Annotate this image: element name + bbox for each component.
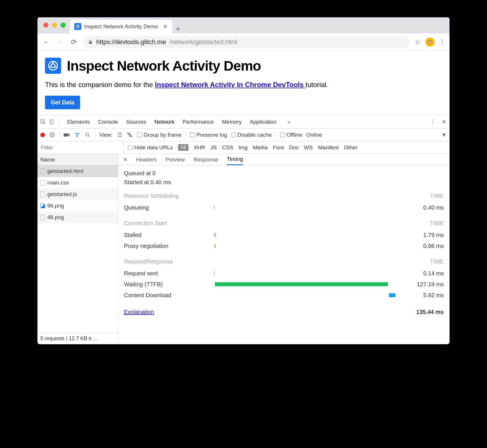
devtools-tab-performance[interactable]: Performance — [178, 115, 218, 128]
filter-icon[interactable] — [74, 132, 80, 138]
maximize-window-button[interactable] — [61, 22, 66, 28]
detail-tab-timing[interactable]: Timing — [227, 154, 243, 165]
bookmark-icon[interactable]: ☆ — [414, 38, 421, 46]
devtools-tab-console[interactable]: Console — [94, 115, 122, 128]
browser-window: Inspect Network Activity Demo ✕ + ← → ⟳ … — [37, 17, 450, 344]
filter-type-css[interactable]: CSS — [222, 144, 233, 151]
settings-icon[interactable]: ⋮ — [429, 119, 436, 125]
minimize-window-button[interactable] — [52, 22, 57, 28]
total-time: 135.44 ms — [416, 309, 444, 315]
filter-type-media[interactable]: Media — [253, 144, 268, 151]
filter-all[interactable]: All — [178, 144, 188, 151]
forward-button[interactable]: → — [55, 37, 65, 47]
status-bar: 5 requests | 12.7 KB tr… — [37, 333, 118, 344]
preserve-log-checkbox[interactable]: Preserve log — [190, 132, 227, 138]
close-tab-icon[interactable]: ✕ — [163, 23, 168, 30]
back-button[interactable]: ← — [41, 37, 51, 47]
offline-checkbox[interactable]: Offline — [280, 132, 302, 138]
devtools-panel: ElementsConsoleSourcesNetworkPerformance… — [37, 115, 450, 344]
devtools-tab-memory[interactable]: Memory — [218, 115, 246, 128]
name-column-header[interactable]: Name — [37, 154, 118, 165]
devtools-tab-elements[interactable]: Elements — [63, 115, 94, 128]
started-at: Started at 0.40 ms — [124, 179, 444, 186]
explanation-link[interactable]: Explanation — [124, 309, 154, 315]
devtools-tab-network[interactable]: Network — [150, 115, 179, 128]
request-name: 96.png — [47, 203, 64, 209]
filter-type-js[interactable]: JS — [210, 144, 217, 151]
request-row[interactable]: getstarted.js — [37, 189, 118, 200]
detail-tabs: ✕ HeadersPreviewResponseTiming — [118, 154, 450, 165]
browser-tab[interactable]: Inspect Network Activity Demo ✕ — [70, 20, 172, 33]
network-toolbar: View: ☰ Group by frame Preserve log Disa… — [37, 129, 450, 141]
timing-label: Content Download — [124, 292, 205, 299]
request-name: main.css — [47, 180, 69, 186]
timing-value: 0.40 ms — [406, 204, 444, 211]
timing-bar-area — [205, 270, 406, 276]
timing-bar — [215, 282, 388, 286]
window-controls — [43, 22, 66, 28]
device-icon[interactable] — [48, 119, 55, 125]
svg-rect-16 — [129, 136, 132, 137]
throttling-dropdown-icon[interactable]: ▼ — [441, 132, 447, 138]
favicon-icon — [74, 23, 81, 30]
svg-line-10 — [50, 133, 54, 137]
waterfall-icon[interactable] — [127, 132, 133, 138]
filter-input[interactable] — [37, 141, 124, 154]
document-file-icon — [40, 180, 45, 186]
close-devtools-icon[interactable]: ✕ — [441, 119, 447, 125]
filter-type-other[interactable]: Other — [344, 144, 358, 151]
svg-rect-14 — [127, 133, 130, 134]
page-content: Inspect Network Activity Demo This is th… — [37, 51, 450, 115]
timing-bar-area — [205, 205, 406, 210]
filter-type-font[interactable]: Font — [273, 144, 284, 151]
filter-type-manifest[interactable]: Manifest — [318, 144, 339, 151]
more-tabs-icon[interactable]: » — [286, 119, 292, 125]
clear-icon[interactable] — [49, 132, 55, 138]
timing-value: 0.66 ms — [406, 243, 444, 249]
disable-cache-checkbox[interactable]: Disable cache — [231, 132, 272, 138]
group-by-frame-checkbox[interactable]: Group by frame — [137, 132, 182, 138]
page-logo-icon — [45, 58, 61, 74]
profile-avatar[interactable]: 🐵 — [425, 37, 435, 47]
request-detail: ✕ HeadersPreviewResponseTiming Queued at… — [118, 154, 450, 344]
get-data-button[interactable]: Get Data — [45, 96, 80, 109]
inspect-icon[interactable] — [40, 119, 46, 125]
request-row[interactable]: main.css — [37, 177, 118, 189]
new-tab-button[interactable]: + — [172, 24, 184, 33]
reload-button[interactable]: ⟳ — [69, 37, 78, 47]
close-window-button[interactable] — [43, 22, 48, 28]
timing-bar — [214, 233, 216, 237]
request-row[interactable]: 48.png — [37, 212, 118, 223]
detail-tab-headers[interactable]: Headers — [136, 154, 157, 165]
filter-type-ws[interactable]: WS — [304, 144, 313, 151]
timing-section-header: Connection StartTIME — [124, 220, 444, 227]
filter-type-img[interactable]: Img — [239, 144, 248, 151]
timing-value: 1.79 ms — [406, 232, 444, 238]
detail-tab-response[interactable]: Response — [193, 154, 218, 165]
timing-section-header: Resource SchedulingTIME — [124, 193, 444, 199]
devtools-tab-application[interactable]: Application — [246, 115, 281, 128]
timing-value: 127.19 ms — [406, 281, 444, 288]
large-rows-icon[interactable]: ☰ — [116, 132, 123, 138]
search-icon[interactable] — [84, 132, 91, 138]
devtools-tab-sources[interactable]: Sources — [122, 115, 150, 128]
record-button[interactable] — [40, 133, 45, 137]
camera-icon[interactable] — [64, 132, 70, 138]
online-label[interactable]: Online — [306, 132, 322, 138]
filter-type-doc[interactable]: Doc — [289, 144, 299, 151]
close-detail-icon[interactable]: ✕ — [122, 157, 129, 163]
hide-data-urls-checkbox[interactable]: Hide data URLs — [128, 144, 173, 151]
intro-link[interactable]: Inspect Network Activity In Chrome DevTo… — [155, 81, 306, 89]
request-row[interactable]: 96.png — [37, 200, 118, 212]
image-file-icon — [40, 204, 45, 208]
detail-tab-preview[interactable]: Preview — [165, 154, 185, 165]
tab-title: Inspect Network Activity Demo — [84, 23, 158, 30]
filter-type-xhr[interactable]: XHR — [194, 144, 205, 151]
network-body: Name getstarted.htmlmain.cssgetstarted.j… — [37, 154, 450, 344]
address-bar[interactable]: https://devtools.glitch.me/network/getst… — [83, 36, 410, 48]
svg-point-3 — [51, 64, 55, 67]
request-row[interactable]: getstarted.html — [37, 165, 118, 177]
svg-rect-8 — [50, 120, 53, 124]
timing-row: Proxy negotiation0.66 ms — [124, 240, 444, 251]
overflow-menu-icon[interactable]: ⋮ — [439, 38, 446, 46]
